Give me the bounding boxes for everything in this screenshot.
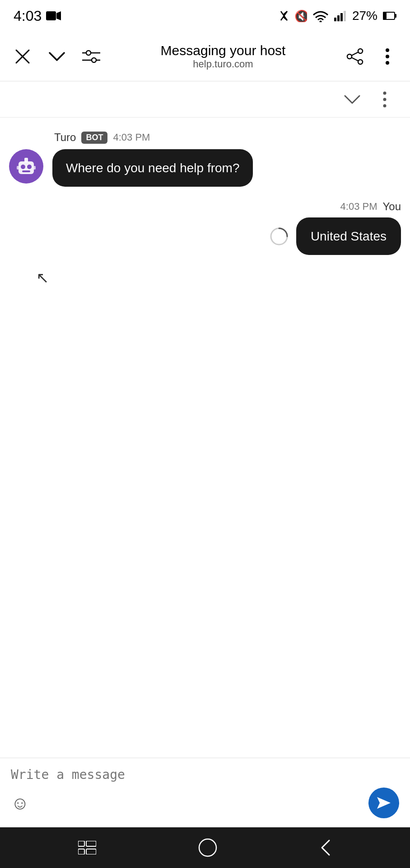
user-name: You [383,200,401,213]
emoji-button[interactable]: ☺ [11,793,29,813]
battery-icon [383,11,396,20]
svg-line-23 [352,57,358,61]
bot-message-group: Turo BOT 4:03 PM Where do you need help … [9,131,401,187]
page-title: Messaging your host [161,43,286,58]
status-bar: 4:03 🔇 27% [0,0,410,32]
svg-point-43 [199,839,216,856]
chevron-down-button[interactable] [45,45,69,68]
page-more-button[interactable] [373,88,396,111]
chat-area: Turo BOT 4:03 PM Where do you need help … [0,118,410,758]
signal-icon [334,10,347,21]
svg-rect-36 [33,166,36,170]
svg-point-24 [386,48,389,52]
svg-point-29 [383,104,387,107]
svg-rect-41 [86,841,96,846]
user-message-row: United States [269,217,401,255]
user-bubble: United States [296,217,401,255]
svg-rect-39 [78,841,84,846]
svg-point-3 [319,21,321,23]
collapse-button[interactable] [340,88,364,111]
svg-point-27 [383,91,387,94]
svg-point-13 [86,51,91,55]
share-button[interactable] [343,45,367,68]
svg-rect-35 [17,166,19,170]
svg-point-28 [383,98,387,101]
send-button[interactable] [368,788,399,818]
page-url: help.turo.com [193,58,253,70]
user-message-time: 4:03 PM [340,201,377,212]
svg-rect-10 [383,13,387,19]
svg-point-26 [386,61,389,65]
browser-toolbar: Messaging your host help.turo.com [0,32,410,81]
user-message-group: 4:03 PM You United States [9,200,401,255]
tabs-icon[interactable] [79,45,103,68]
page-header-row [0,81,410,118]
cursor-area: ↖ [9,269,401,744]
browser-right-icons [343,45,399,68]
svg-marker-1 [56,11,61,20]
close-button[interactable] [11,45,34,68]
browser-title-area: Messaging your host help.turo.com [114,43,332,70]
bluetooth-icon [279,9,289,23]
nav-bar [0,827,410,868]
home-button[interactable] [198,838,217,857]
bot-badge: BOT [81,132,107,144]
bot-time: 4:03 PM [113,132,150,143]
svg-point-20 [347,54,352,59]
recents-button[interactable] [78,841,96,854]
svg-rect-6 [340,13,343,21]
mouse-cursor: ↖ [36,269,49,287]
loading-spinner [269,226,289,246]
user-meta: 4:03 PM You [340,200,401,213]
mute-icon: 🔇 [294,9,307,22]
svg-marker-38 [377,797,391,809]
input-icons-row: ☺ [11,788,399,818]
bot-message-row: Where do you need help from? [9,149,401,187]
svg-rect-9 [395,14,396,18]
svg-rect-31 [24,158,28,162]
bot-avatar [9,149,43,184]
svg-point-16 [92,58,96,62]
svg-point-32 [21,165,25,169]
svg-rect-4 [334,18,336,21]
video-icon [46,9,61,22]
battery-display: 27% [352,9,377,23]
status-icons: 🔇 27% [279,9,396,23]
svg-point-19 [358,49,363,53]
input-area[interactable]: ☺ [0,758,410,827]
svg-line-22 [352,52,358,55]
svg-point-25 [386,55,389,58]
svg-rect-34 [22,170,30,172]
svg-rect-42 [86,849,96,854]
bot-bubble: Where do you need help from? [52,149,253,187]
svg-rect-40 [78,849,84,854]
svg-text:🔇: 🔇 [294,9,307,22]
more-options-button[interactable] [376,45,399,68]
back-button[interactable] [319,839,332,857]
svg-rect-5 [337,15,340,21]
bot-name: Turo [54,131,76,144]
status-time: 4:03 [14,8,61,24]
wifi-icon [312,9,329,22]
message-input[interactable] [11,767,399,782]
svg-rect-0 [46,11,56,20]
svg-rect-7 [344,11,346,21]
svg-point-21 [358,60,363,64]
time-display: 4:03 [14,8,42,24]
bot-meta: Turo BOT 4:03 PM [54,131,401,144]
svg-point-33 [27,165,32,169]
